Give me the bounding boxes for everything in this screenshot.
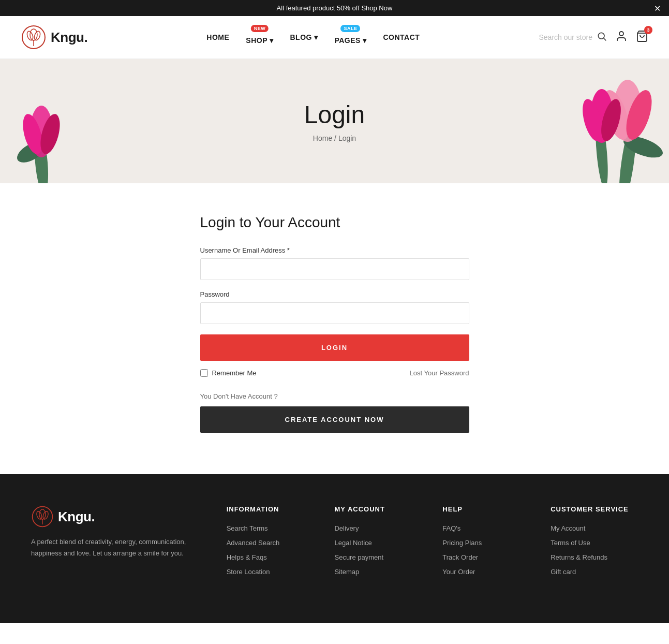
tulip-left-decoration xyxy=(0,80,103,183)
footer-link-pricing-plans[interactable]: Pricing Plans xyxy=(442,539,482,547)
footer-logo: Kngu. xyxy=(31,505,206,528)
hero-banner: Login Home / Login xyxy=(0,59,669,183)
chevron-down-icon: ▾ xyxy=(270,36,274,45)
breadcrumb-home[interactable]: Home xyxy=(313,134,332,142)
no-account-text: You Don't Have Account ? xyxy=(200,392,469,400)
list-item: Returns & Refunds xyxy=(551,552,638,562)
header-right: Search our store 3 xyxy=(539,30,649,45)
login-form-title: Login to Your Account xyxy=(200,214,469,231)
footer-link-my-account[interactable]: My Account xyxy=(551,524,585,532)
footer-link-terms-of-use[interactable]: Terms of Use xyxy=(551,539,590,547)
announcement-text: All featured product 50% off Shop Now xyxy=(277,4,393,12)
list-item: Legal Notice xyxy=(334,538,422,547)
password-input[interactable] xyxy=(200,302,469,324)
hero-content: Login Home / Login xyxy=(304,100,365,142)
footer-logo-text: Kngu. xyxy=(58,509,95,525)
footer-link-faqs[interactable]: FAQ's xyxy=(442,524,460,532)
footer-logo-icon xyxy=(31,505,54,528)
login-button[interactable]: LOGIN xyxy=(200,334,469,361)
footer-link-search-terms[interactable]: Search Terms xyxy=(227,524,268,532)
footer-link-advanced-search[interactable]: Advanced Search xyxy=(227,539,280,547)
shop-badge: NEW xyxy=(251,25,269,32)
site-footer: Kngu. A perfect blend of creativity, ene… xyxy=(0,474,669,623)
main-nav: HOME NEW SHOP ▾ BLOG ▾ SALE PAGES ▾ CONT… xyxy=(206,30,420,45)
list-item: Helps & Faqs xyxy=(227,552,314,562)
breadcrumb-current: Login xyxy=(338,134,356,142)
form-footer: Remember Me Lost Your Password xyxy=(200,369,469,377)
password-field-group: Password xyxy=(200,290,469,324)
list-item: Sitemap xyxy=(334,567,422,576)
account-icon[interactable] xyxy=(615,30,628,45)
logo-link[interactable]: Kngu. xyxy=(21,24,87,50)
logo-text: Kngu. xyxy=(51,30,87,46)
site-header: Kngu. HOME NEW SHOP ▾ BLOG ▾ SALE PAGES … xyxy=(0,16,669,59)
lost-password-link[interactable]: Lost Your Password xyxy=(410,369,469,377)
svg-point-1 xyxy=(30,29,37,40)
remember-me-checkbox[interactable] xyxy=(200,369,208,377)
footer-link-sitemap[interactable]: Sitemap xyxy=(334,568,359,576)
list-item: Search Terms xyxy=(227,523,314,533)
username-label: Username Or Email Address * xyxy=(200,246,469,254)
announcement-bar: All featured product 50% off Shop Now ✕ xyxy=(0,0,669,16)
cart-icon[interactable]: 3 xyxy=(636,30,648,45)
footer-col-my-account-heading: MY ACCOUNT xyxy=(334,505,422,513)
footer-link-helps-faqs[interactable]: Helps & Faqs xyxy=(227,553,267,561)
footer-col-customer-service: CUSTOMER SERVICE My Account Terms of Use… xyxy=(551,505,638,581)
search-box: Search our store xyxy=(539,31,607,44)
list-item: Terms of Use xyxy=(551,538,638,547)
footer-link-returns-refunds[interactable]: Returns & Refunds xyxy=(551,553,607,561)
username-input[interactable] xyxy=(200,258,469,280)
footer-link-track-order[interactable]: Track Order xyxy=(442,553,478,561)
footer-col-information-heading: INFORMATION xyxy=(227,505,314,513)
list-item: Pricing Plans xyxy=(442,538,530,547)
list-item: Secure payment xyxy=(334,552,422,562)
footer-col-customer-service-heading: CUSTOMER SERVICE xyxy=(551,505,638,513)
chevron-down-icon: ▾ xyxy=(363,36,367,45)
list-item: Delivery xyxy=(334,523,422,533)
page-title: Login xyxy=(304,100,365,129)
list-item: Track Order xyxy=(442,552,530,562)
list-item: Gift card xyxy=(551,567,638,576)
remember-me-label: Remember Me xyxy=(212,369,257,377)
svg-line-6 xyxy=(604,38,606,40)
breadcrumb: Home / Login xyxy=(304,134,365,142)
cart-count: 3 xyxy=(644,26,652,34)
footer-col-my-account-list: Delivery Legal Notice Secure payment Sit… xyxy=(334,523,422,576)
nav-home[interactable]: HOME xyxy=(206,33,229,41)
password-label: Password xyxy=(200,290,469,298)
footer-col-information-list: Search Terms Advanced Search Helps & Faq… xyxy=(227,523,314,576)
logo-icon xyxy=(21,24,47,50)
nav-pages[interactable]: SALE PAGES ▾ xyxy=(334,30,366,45)
nav-shop[interactable]: NEW SHOP ▾ xyxy=(246,30,273,45)
search-placeholder-text: Search our store xyxy=(539,33,593,41)
footer-link-secure-payment[interactable]: Secure payment xyxy=(334,553,383,561)
footer-link-your-order[interactable]: Your Order xyxy=(442,568,475,576)
footer-link-delivery[interactable]: Delivery xyxy=(334,524,359,532)
footer-grid: Kngu. A perfect blend of creativity, ene… xyxy=(31,505,638,581)
username-field-group: Username Or Email Address * xyxy=(200,246,469,280)
list-item: Advanced Search xyxy=(227,538,314,547)
list-item: FAQ's xyxy=(442,523,530,533)
footer-col-help: HELP FAQ's Pricing Plans Track Order You… xyxy=(442,505,530,581)
footer-col-help-heading: HELP xyxy=(442,505,530,513)
footer-link-legal-notice[interactable]: Legal Notice xyxy=(334,539,371,547)
nav-blog[interactable]: BLOG ▾ xyxy=(290,33,318,41)
list-item: Store Location xyxy=(227,567,314,576)
footer-brand-description: A perfect blend of creativity, energy, c… xyxy=(31,536,206,559)
login-section: Login to Your Account Username Or Email … xyxy=(190,214,480,433)
nav-contact[interactable]: CONTACT xyxy=(383,33,420,41)
footer-col-my-account: MY ACCOUNT Delivery Legal Notice Secure … xyxy=(334,505,422,581)
close-announcement-button[interactable]: ✕ xyxy=(654,3,661,13)
list-item: My Account xyxy=(551,523,638,533)
chevron-down-icon: ▾ xyxy=(314,33,318,41)
list-item: Your Order xyxy=(442,567,530,576)
create-account-button[interactable]: CREATE ACCOUNT NOW xyxy=(200,406,469,433)
svg-point-5 xyxy=(598,33,604,39)
footer-col-information: INFORMATION Search Terms Advanced Search… xyxy=(227,505,314,581)
search-icon[interactable] xyxy=(597,31,607,44)
footer-col-help-list: FAQ's Pricing Plans Track Order Your Ord… xyxy=(442,523,530,576)
breadcrumb-separator: / xyxy=(334,134,338,142)
footer-link-store-location[interactable]: Store Location xyxy=(227,568,270,576)
footer-brand: Kngu. A perfect blend of creativity, ene… xyxy=(31,505,206,581)
footer-link-gift-card[interactable]: Gift card xyxy=(551,568,576,576)
